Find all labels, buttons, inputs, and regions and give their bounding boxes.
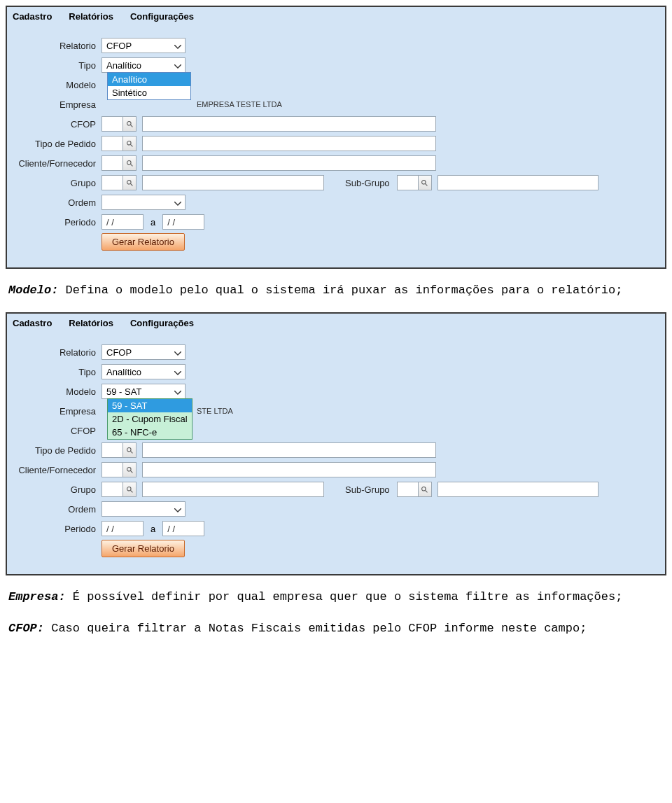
chevron-down-icon [172, 197, 183, 208]
lookup-grupo[interactable] [102, 482, 136, 497]
input-periodo-start[interactable]: / / [102, 214, 144, 230]
label-cfop: CFOP [14, 426, 102, 436]
combo-relatorio[interactable]: CFOP [102, 38, 186, 53]
combo-tipo[interactable]: Analítico [102, 364, 186, 379]
input-cliente-desc[interactable] [142, 155, 436, 171]
menubar: Cadastro Relatórios Configurações [7, 314, 665, 334]
input-cliente-code[interactable] [102, 462, 122, 477]
input-periodo-start[interactable]: / / [102, 521, 144, 536]
combo-relatorio-value: CFOP [106, 347, 132, 358]
label-grupo: Grupo [14, 484, 102, 495]
lookup-subgrupo[interactable] [397, 175, 432, 190]
input-tipo-pedido-desc[interactable] [142, 136, 436, 151]
label-modelo: Modelo [14, 80, 102, 90]
lookup-tipo-pedido[interactable] [102, 136, 136, 151]
label-modelo: Modelo [14, 386, 102, 397]
label-tipo-pedido: Tipo de Pedido [14, 445, 102, 456]
dropdown-option-65-nfce[interactable]: 65 - NFC-e [108, 426, 192, 439]
label-cliente-fornecedor: Cliente/Fornecedor [14, 158, 102, 169]
input-periodo-end[interactable]: / / [162, 214, 204, 230]
combo-relatorio-value: CFOP [106, 41, 132, 51]
chevron-down-icon [172, 367, 183, 377]
input-tipo-pedido-code[interactable] [102, 136, 122, 151]
dropdown-modelo: 59 - SAT 2D - Cupom Fiscal 65 - NFC-e [107, 398, 192, 440]
chevron-down-icon [172, 504, 183, 515]
label-tipo: Tipo [14, 367, 102, 377]
gerar-relatorio-button[interactable]: Gerar Relatorio [102, 233, 185, 251]
combo-tipo-value: Analítico [106, 367, 141, 377]
dropdown-option-sintetico[interactable]: Sintético [108, 86, 190, 99]
lookup-cliente[interactable] [102, 462, 136, 477]
lookup-grupo-button[interactable] [122, 175, 136, 190]
lookup-tipo-pedido-button[interactable] [122, 442, 136, 458]
paragraph-cfop-label: CFOP: [8, 622, 44, 635]
paragraph-modelo-text: Defina o modelo pelo qual o sistema irá … [58, 284, 622, 297]
combo-relatorio[interactable]: CFOP [102, 344, 186, 360]
menu-configuracoes[interactable]: Configurações [130, 318, 194, 328]
lookup-grupo[interactable] [102, 175, 136, 190]
lookup-cfop-button[interactable] [122, 116, 136, 132]
combo-ordem[interactable] [102, 195, 186, 210]
svg-line-9 [426, 183, 428, 186]
paragraph-cfop-text: Caso queira filtrar a Notas Fiscais emit… [44, 622, 587, 635]
svg-point-14 [127, 487, 131, 491]
combo-tipo[interactable]: Analítico [102, 57, 186, 73]
label-empresa: Empresa [14, 406, 102, 417]
lookup-subgrupo[interactable] [397, 482, 432, 497]
svg-point-10 [127, 447, 131, 452]
input-cfop-desc[interactable] [142, 116, 436, 132]
label-relatorio: Relatorio [14, 41, 102, 51]
dropdown-option-analitico[interactable]: Analítico [108, 73, 190, 86]
combo-modelo[interactable]: 59 - SAT [102, 384, 186, 399]
menu-configuracoes[interactable]: Configurações [130, 11, 194, 22]
svg-point-0 [127, 121, 131, 125]
lookup-grupo-button[interactable] [122, 482, 136, 497]
input-subgrupo-desc[interactable] [438, 175, 598, 190]
form-panel-1: Cadastro Relatórios Configurações Relato… [6, 6, 666, 269]
dropdown-tipo: Analítico Sintético [107, 72, 191, 100]
input-grupo-code[interactable] [102, 175, 122, 190]
input-cfop-code[interactable] [102, 116, 122, 132]
label-subgrupo: Sub-Grupo [345, 178, 390, 188]
input-subgrupo-code[interactable] [397, 175, 418, 190]
menu-cadastro[interactable]: Cadastro [13, 318, 52, 328]
lookup-subgrupo-button[interactable] [418, 482, 432, 497]
form-panel-2: Cadastro Relatórios Configurações Relato… [6, 312, 666, 575]
lookup-cliente[interactable] [102, 155, 136, 171]
menu-cadastro[interactable]: Cadastro [13, 11, 52, 22]
lookup-cliente-button[interactable] [122, 462, 136, 477]
lookup-subgrupo-button[interactable] [418, 175, 432, 190]
input-subgrupo-code[interactable] [397, 482, 418, 497]
paragraph-modelo: Modelo: Defina o modelo pelo qual o sist… [8, 281, 664, 300]
label-empresa: Empresa [14, 99, 102, 110]
lookup-tipo-pedido-button[interactable] [122, 136, 136, 151]
label-periodo: Periodo [14, 217, 102, 228]
svg-line-7 [130, 183, 132, 186]
menu-relatorios[interactable]: Relatórios [69, 11, 113, 22]
lookup-cfop[interactable] [102, 116, 136, 132]
chevron-down-icon [172, 347, 183, 358]
input-tipo-pedido-code[interactable] [102, 442, 122, 458]
label-ordem: Ordem [14, 197, 102, 208]
chevron-down-icon [172, 386, 183, 397]
input-tipo-pedido-desc[interactable] [142, 442, 436, 458]
empresa-name-peek: STE LTDA [197, 407, 233, 415]
input-periodo-end[interactable]: / / [162, 521, 204, 536]
menu-relatorios[interactable]: Relatórios [69, 318, 113, 328]
input-grupo-desc[interactable] [142, 482, 324, 497]
dropdown-option-59-sat[interactable]: 59 - SAT [108, 399, 192, 412]
lookup-cliente-button[interactable] [122, 155, 136, 171]
input-cliente-desc[interactable] [142, 462, 436, 477]
lookup-tipo-pedido[interactable] [102, 442, 136, 458]
svg-line-13 [130, 471, 132, 473]
svg-line-3 [130, 144, 132, 146]
input-subgrupo-desc[interactable] [438, 482, 598, 497]
input-grupo-desc[interactable] [142, 175, 324, 190]
dropdown-option-2d-cupom[interactable]: 2D - Cupom Fiscal [108, 412, 192, 426]
gerar-relatorio-button[interactable]: Gerar Relatorio [102, 540, 185, 557]
svg-line-15 [130, 491, 132, 493]
input-cliente-code[interactable] [102, 155, 122, 171]
combo-ordem[interactable] [102, 501, 186, 517]
input-grupo-code[interactable] [102, 482, 122, 497]
label-subgrupo: Sub-Grupo [345, 484, 390, 495]
